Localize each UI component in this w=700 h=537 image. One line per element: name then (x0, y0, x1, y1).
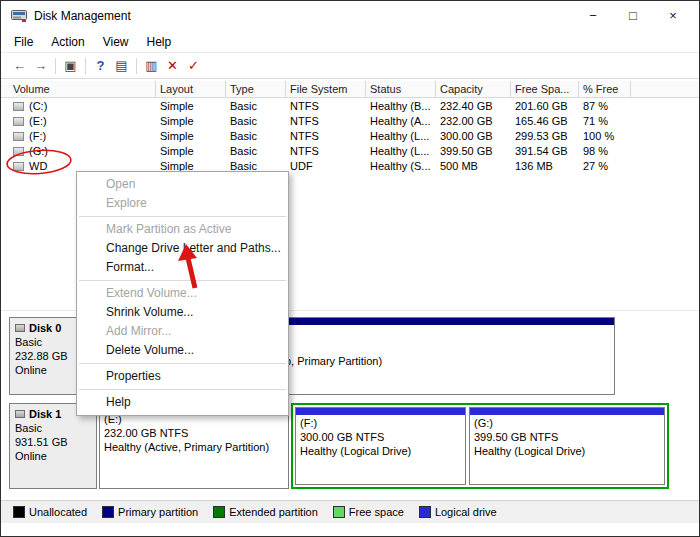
table-row-c[interactable]: (C:) Simple Basic NTFS Healthy (B... 232… (1, 98, 699, 113)
cell-capacity: 500 MB (436, 160, 511, 172)
cell-free-space: 201.60 GB (511, 100, 579, 112)
cell-volume: (F:) (9, 130, 156, 142)
toolbar: ← → ▣ ? ▤ ▥ ✕ ✓ (1, 52, 699, 79)
menu-separator (79, 363, 286, 364)
cell-pct-free: 87 % (579, 100, 631, 112)
cell-layout: Simple (156, 100, 226, 112)
volume-label: WD (29, 160, 47, 172)
menu-item-shrink-volume[interactable]: Shrink Volume... (77, 303, 288, 322)
volume-icon (13, 147, 24, 156)
cell-volume: (G:) (9, 145, 156, 157)
properties-icon[interactable]: ▤ (111, 56, 132, 76)
partition-f[interactable]: (F:) 300.00 GB NTFS Healthy (Logical Dri… (295, 407, 466, 485)
volume-context-menu: Open Explore Mark Partition as Active Ch… (76, 171, 289, 416)
cell-file-system: NTFS (286, 145, 366, 157)
minimize-button[interactable]: − (573, 1, 613, 31)
legend-label: Free space (349, 506, 404, 518)
disk-icon (15, 324, 25, 332)
cell-pct-free: 98 % (579, 145, 631, 157)
disk-status: Online (15, 449, 91, 463)
column-filler (631, 81, 699, 97)
partition-g[interactable]: (G:) 399.50 GB NTFS Healthy (Logical Dri… (469, 407, 665, 485)
disk-icon (15, 410, 25, 418)
column-file-system[interactable]: File System (286, 81, 366, 97)
menu-item-explore: Explore (77, 194, 288, 213)
logical-drive-strip (296, 408, 465, 415)
check-icon[interactable]: ✓ (183, 56, 204, 76)
cell-capacity: 232.40 GB (436, 100, 511, 112)
partition-size: 399.50 GB NTFS (470, 430, 664, 444)
column-volume[interactable]: Volume (9, 81, 156, 97)
menu-item-format[interactable]: Format... (77, 258, 288, 277)
disk-management-window: Disk Management − □ × File Action View H… (0, 0, 700, 537)
maximize-button[interactable]: □ (613, 1, 653, 31)
menu-item-properties[interactable]: Properties (77, 367, 288, 386)
menu-file[interactable]: File (5, 33, 42, 51)
table-row-g[interactable]: (G:) Simple Basic NTFS Healthy (L... 399… (1, 143, 699, 158)
disk-name: Disk 1 (29, 407, 61, 421)
legend-label: Extended partition (229, 506, 318, 518)
menu-item-help[interactable]: Help (77, 393, 288, 412)
menu-view[interactable]: View (94, 33, 138, 51)
menu-bar: File Action View Help (1, 31, 699, 52)
partition-status: Healthy (Logical Drive) (470, 444, 664, 458)
column-layout[interactable]: Layout (156, 81, 226, 97)
partition-label: (F:) (296, 415, 465, 430)
cell-free-space: 391.54 GB (511, 145, 579, 157)
back-icon[interactable]: ← (9, 56, 30, 76)
cell-type: Basic (226, 160, 286, 172)
legend-label: Primary partition (118, 506, 198, 518)
forward-icon[interactable]: → (30, 56, 51, 76)
menu-item-change-drive-letter-paths[interactable]: Change Drive Letter and Paths... (77, 239, 288, 258)
toolbar-separator (55, 58, 56, 74)
volume-view-icon[interactable]: ▥ (141, 56, 162, 76)
menu-item-delete-volume[interactable]: Delete Volume... (77, 341, 288, 360)
legend-color-swatch (419, 506, 431, 518)
column-type[interactable]: Type (226, 81, 286, 97)
legend-label: Logical drive (435, 506, 497, 518)
menu-item-mark-partition-active: Mark Partition as Active (77, 220, 288, 239)
volume-icon (13, 117, 24, 126)
partition-size: 232.00 GB NTFS (100, 426, 288, 440)
delete-volume-icon[interactable]: ✕ (162, 56, 183, 76)
cell-layout: Simple (156, 115, 226, 127)
partition-size: 300.00 GB NTFS (296, 430, 465, 444)
cell-status: Healthy (L... (366, 145, 436, 157)
close-button[interactable]: × (653, 1, 693, 31)
legend-label: Unallocated (29, 506, 87, 518)
cell-free-space: 136 MB (511, 160, 579, 172)
column-capacity[interactable]: Capacity (436, 81, 511, 97)
extended-partition-container: (F:) 300.00 GB NTFS Healthy (Logical Dri… (291, 403, 669, 489)
window-title: Disk Management (34, 9, 131, 23)
help-icon[interactable]: ? (90, 56, 111, 76)
column-status[interactable]: Status (366, 81, 436, 97)
table-row-f[interactable]: (F:) Simple Basic NTFS Healthy (L... 300… (1, 128, 699, 143)
legend-unallocated: Unallocated (13, 506, 87, 518)
cell-volume: WD (9, 160, 156, 172)
volume-label: (G:) (29, 145, 48, 157)
menu-help[interactable]: Help (138, 33, 181, 51)
cell-file-system: NTFS (286, 115, 366, 127)
volume-label: (F:) (29, 130, 46, 142)
cell-type: Basic (226, 115, 286, 127)
legend-bar: Unallocated Primary partition Extended p… (1, 500, 699, 523)
cell-type: Basic (226, 130, 286, 142)
cell-status: Healthy (B... (366, 100, 436, 112)
volume-label: (C:) (29, 100, 47, 112)
volume-icon (13, 102, 24, 111)
toolbar-separator (85, 58, 86, 74)
cell-status: Healthy (S... (366, 160, 436, 172)
logical-drive-strip (470, 408, 664, 415)
cell-status: Healthy (L... (366, 130, 436, 142)
cell-file-system: NTFS (286, 100, 366, 112)
toolbar-separator (136, 58, 137, 74)
menu-action[interactable]: Action (42, 33, 93, 51)
console-tree-icon[interactable]: ▣ (60, 56, 81, 76)
column-pct-free[interactable]: % Free (579, 81, 631, 97)
column-free-space[interactable]: Free Spa... (511, 81, 579, 97)
menu-separator (79, 389, 286, 390)
cell-layout: Simple (156, 130, 226, 142)
table-row-e[interactable]: (E:) Simple Basic NTFS Healthy (A... 232… (1, 113, 699, 128)
cell-pct-free: 71 % (579, 115, 631, 127)
title-bar: Disk Management − □ × (1, 1, 699, 31)
